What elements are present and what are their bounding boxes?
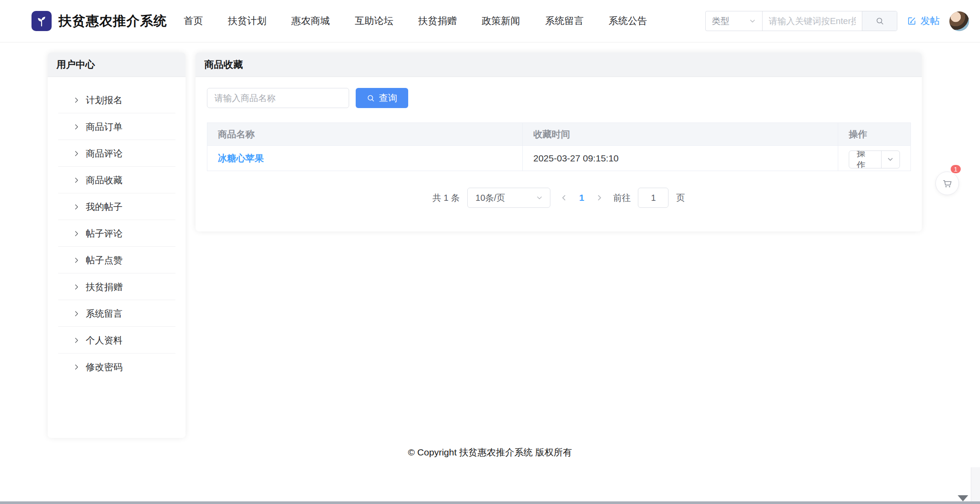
chevron-right-icon <box>73 203 80 210</box>
nav-item-home[interactable]: 首页 <box>184 14 203 28</box>
sidebar-item-label: 我的帖子 <box>86 201 122 213</box>
user-center-sidebar: 用户中心 计划报名 商品订单 商品评论 商品收藏 我的帖子 帖子评论 帖子点赞 <box>48 52 186 438</box>
chevron-down-icon <box>536 194 543 201</box>
chevron-right-icon <box>73 364 80 371</box>
chevron-right-icon <box>73 230 80 237</box>
global-search-button[interactable] <box>862 11 897 31</box>
sidebar-item-label: 帖子点赞 <box>86 254 122 266</box>
query-button[interactable]: 查询 <box>356 88 408 108</box>
new-post-button[interactable]: 发帖 <box>907 14 940 28</box>
col-product-name: 商品名称 <box>207 123 523 146</box>
top-header: 扶贫惠农推介系统 首页 扶贫计划 惠农商城 互助论坛 扶贫捐赠 政策新闻 系统留… <box>0 0 980 42</box>
nav-item-poverty-plan[interactable]: 扶贫计划 <box>228 14 266 28</box>
cart-badge: 1 <box>950 164 962 174</box>
sidebar-item-label: 商品订单 <box>86 121 122 133</box>
cart-float-button[interactable] <box>935 172 959 195</box>
copyright-footer: © Copyright 扶贫惠农推介系统 版权所有 <box>0 446 980 458</box>
col-actions: 操作 <box>838 123 911 146</box>
row-action-label: 操作 <box>849 151 881 168</box>
sidebar-item-post-likes[interactable]: 帖子点赞 <box>48 247 186 273</box>
shopping-cart-icon <box>942 178 953 189</box>
col-favorite-time: 收藏时间 <box>523 123 838 146</box>
sidebar-item-donations[interactable]: 扶贫捐赠 <box>48 273 186 300</box>
table-header-row: 商品名称 收藏时间 操作 <box>207 123 911 146</box>
table-row: 冰糖心苹果 2025-03-27 09:15:10 操作 <box>207 146 911 171</box>
prev-page-button[interactable] <box>558 194 570 202</box>
sidebar-item-label: 修改密码 <box>86 361 122 373</box>
chevron-left-icon <box>560 194 568 202</box>
nav-item-donation[interactable]: 扶贫捐赠 <box>418 14 457 28</box>
query-button-label: 查询 <box>379 92 397 104</box>
chevron-right-icon <box>595 194 603 202</box>
chevron-right-icon <box>73 257 80 264</box>
chevron-right-icon <box>73 123 80 130</box>
page-size-value: 10条/页 <box>476 192 505 204</box>
pagination-total: 共 1 条 <box>433 192 460 204</box>
search-type-value: 类型 <box>712 15 729 27</box>
pagination: 共 1 条 10条/页 1 前往 页 <box>207 188 910 208</box>
sidebar-menu: 计划报名 商品订单 商品评论 商品收藏 我的帖子 帖子评论 帖子点赞 扶贫捐赠 <box>48 77 186 380</box>
row-action-dropdown-button[interactable]: 操作 <box>849 150 900 168</box>
main-nav: 首页 扶贫计划 惠农商城 互助论坛 扶贫捐赠 政策新闻 系统留言 系统公告 <box>184 14 647 28</box>
panel-content: 查询 商品名称 收藏时间 操作 冰糖心苹果 2025-03-27 09:15:1… <box>196 77 922 208</box>
chevron-down-icon <box>749 18 756 24</box>
sidebar-item-label: 系统留言 <box>86 308 122 320</box>
nav-item-announcements[interactable]: 系统公告 <box>609 14 647 28</box>
sidebar-item-product-favorites[interactable]: 商品收藏 <box>48 167 186 193</box>
edit-square-icon <box>907 16 917 26</box>
sidebar-item-change-password[interactable]: 修改密码 <box>48 354 186 380</box>
favorites-table: 商品名称 收藏时间 操作 冰糖心苹果 2025-03-27 09:15:10 操… <box>207 122 911 171</box>
chevron-down-icon[interactable] <box>881 151 900 168</box>
favorites-panel: 商品收藏 查询 商品名称 收藏时间 操作 冰糖心苹果 <box>196 52 922 231</box>
brand-logo[interactable] <box>32 11 52 31</box>
sidebar-item-my-posts[interactable]: 我的帖子 <box>48 193 186 220</box>
chevron-right-icon <box>73 284 80 290</box>
nav-item-forum[interactable]: 互助论坛 <box>355 14 393 28</box>
product-name-input[interactable] <box>207 88 349 108</box>
sidebar-item-label: 帖子评论 <box>86 228 122 240</box>
nav-item-messages[interactable]: 系统留言 <box>545 14 584 28</box>
user-avatar[interactable] <box>949 11 969 31</box>
sidebar-item-label: 扶贫捐赠 <box>86 281 122 293</box>
chevron-right-icon <box>73 337 80 344</box>
sprout-icon <box>35 14 48 28</box>
chevron-right-icon <box>73 97 80 104</box>
sidebar-item-label: 商品收藏 <box>86 174 122 186</box>
scroll-down-arrow-icon[interactable] <box>958 495 968 501</box>
magnifier-icon <box>367 94 375 102</box>
search-type-select[interactable]: 类型 <box>706 11 763 31</box>
global-search-group: 类型 <box>705 11 897 31</box>
nav-item-mall[interactable]: 惠农商城 <box>291 14 330 28</box>
sidebar-item-plan-signup[interactable]: 计划报名 <box>48 87 186 113</box>
header-right: 类型 发帖 <box>705 11 969 31</box>
goto-page-input[interactable] <box>638 188 668 208</box>
new-post-label: 发帖 <box>920 14 940 28</box>
app-title: 扶贫惠农推介系统 <box>59 12 167 30</box>
chevron-right-icon <box>73 150 80 157</box>
chevron-right-icon <box>73 177 80 184</box>
page-size-select[interactable]: 10条/页 <box>467 188 550 208</box>
sidebar-item-label: 商品评论 <box>86 147 122 160</box>
product-name-link[interactable]: 冰糖心苹果 <box>218 153 264 163</box>
chevron-right-icon <box>73 310 80 317</box>
vertical-scrollbar-track[interactable] <box>971 467 980 501</box>
brand: 扶贫惠农推介系统 <box>32 11 167 31</box>
page-number-1[interactable]: 1 <box>578 192 586 203</box>
sidebar-item-profile[interactable]: 个人资料 <box>48 327 186 354</box>
sidebar-item-product-orders[interactable]: 商品订单 <box>48 113 186 140</box>
panel-title: 商品收藏 <box>196 52 922 77</box>
sidebar-title: 用户中心 <box>48 52 186 77</box>
sidebar-item-label: 计划报名 <box>86 94 122 106</box>
nav-item-policy-news[interactable]: 政策新闻 <box>482 14 520 28</box>
magnifier-icon <box>875 17 884 25</box>
sidebar-item-product-comments[interactable]: 商品评论 <box>48 140 186 167</box>
next-page-button[interactable] <box>593 194 606 202</box>
global-search-input[interactable] <box>763 11 862 31</box>
goto-label: 前往 <box>613 192 630 204</box>
filter-row: 查询 <box>207 88 910 108</box>
sidebar-item-post-comments[interactable]: 帖子评论 <box>48 220 186 247</box>
page-suffix-label: 页 <box>676 192 685 204</box>
horizontal-scrollbar[interactable] <box>0 501 980 504</box>
favorite-time-cell: 2025-03-27 09:15:10 <box>523 146 838 171</box>
sidebar-item-system-messages[interactable]: 系统留言 <box>48 300 186 327</box>
